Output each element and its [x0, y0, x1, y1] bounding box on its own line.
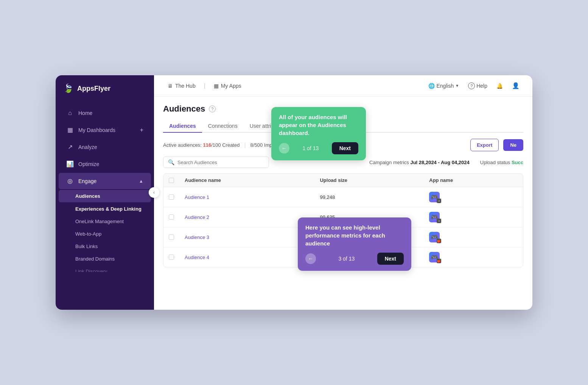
app-icon-4: 🎮 🍎	[429, 252, 440, 262]
audience1-link[interactable]: Audience 1	[185, 194, 209, 200]
tooltip-green-next-button[interactable]: Next	[332, 142, 358, 154]
notifications-button[interactable]: 🔔	[493, 81, 507, 91]
branded-domains-label: Branded Domains	[75, 256, 115, 262]
audiences-label: Audiences	[75, 193, 100, 199]
row3-select	[163, 227, 179, 247]
audience4-link[interactable]: Audience 4	[185, 255, 209, 260]
tab-connections[interactable]: Connections	[202, 120, 244, 133]
row2-app: 🎮 +	[424, 207, 523, 227]
row3-app: 🎮 🍎	[424, 227, 523, 247]
sidebar-item-experiences[interactable]: Experiences & Deep Linking	[56, 203, 154, 215]
sidebar-item-dashboards[interactable]: ▦ My Dashboards +	[59, 122, 151, 138]
row4-select	[163, 247, 179, 267]
campaign-metrics: Campaign metrics Jul 28,2024 - Aug 04,20…	[369, 160, 470, 165]
sidebar-navigation: ⌂ Home ▦ My Dashboards + ↗ Analyze 📊 Opt…	[56, 102, 154, 275]
my-apps-label: My Apps	[221, 83, 241, 89]
row2-checkbox[interactable]	[169, 214, 174, 220]
active-count: 116	[203, 142, 212, 148]
page-title-help-icon[interactable]: ?	[209, 106, 216, 112]
tooltip-purple-text: Here you can see high-level performance …	[305, 224, 404, 247]
tooltip-purple-nav: ← 3 of 13 Next	[305, 253, 404, 265]
sidebar-item-bulklinks[interactable]: Bulk Links	[56, 240, 154, 253]
sidebar-item-optimize[interactable]: 📊 Optimize	[59, 156, 151, 172]
sidebar-item-home-label: Home	[78, 110, 92, 116]
col-audience-name: Audience name	[179, 174, 314, 187]
language-selector[interactable]: 🌐 English ▼	[425, 81, 463, 91]
sidebar-item-engage[interactable]: ◎ Engage ▲	[59, 173, 151, 189]
app-icon-2: 🎮 +	[429, 212, 440, 222]
sidebar-item-link-discovery[interactable]: Link Discovery	[56, 265, 154, 272]
the-hub-icon: 🖥	[168, 83, 173, 89]
tooltip-purple-back-button[interactable]: ←	[305, 253, 316, 264]
tooltip-green-nav: ← 1 of 13 Next	[279, 142, 358, 154]
toolbar-divider: |	[244, 142, 246, 149]
active-audiences-info: Active audiences: 116/100 Created	[163, 142, 240, 148]
new-audience-button[interactable]: Ne	[503, 139, 523, 151]
app-badge-3: 🍎	[437, 239, 441, 243]
col-select	[163, 174, 179, 187]
row1-checkbox[interactable]	[169, 194, 174, 200]
table-header-row: Audience name Upload size App name	[163, 174, 523, 187]
row3-checkbox[interactable]	[169, 234, 174, 240]
sidebar-item-branded-domains[interactable]: Branded Domains	[56, 253, 154, 265]
sidebar-collapse-button[interactable]: ‹	[149, 187, 159, 198]
row2-select	[163, 207, 179, 227]
tooltip-purple-next-button[interactable]: Next	[377, 253, 404, 265]
account-icon: 👤	[512, 82, 520, 89]
row2-name: Audience 2	[179, 207, 314, 227]
search-input[interactable]	[177, 160, 264, 165]
col-upload-size: Upload size	[314, 174, 424, 187]
top-navigation: 🖥 The Hub | ▦ My Apps 🌐 English ▼ ? Help	[154, 75, 532, 96]
experiences-label: Experiences & Deep Linking	[75, 206, 142, 212]
row1-app: 🎮 +	[424, 187, 523, 207]
optimize-icon: 📊	[66, 160, 74, 168]
row4-checkbox[interactable]	[169, 255, 174, 260]
help-button[interactable]: ? Help	[464, 80, 491, 92]
web2app-label: Web-to-App	[75, 231, 101, 237]
sidebar-item-onelink[interactable]: OneLink Management	[56, 215, 154, 228]
sidebar-item-home[interactable]: ⌂ Home	[59, 105, 151, 121]
account-button[interactable]: 👤	[508, 80, 523, 92]
sidebar-item-audiences[interactable]: Audiences	[59, 190, 151, 202]
imported-limit: 500	[254, 142, 263, 148]
sidebar-item-web2app[interactable]: Web-to-App	[56, 228, 154, 240]
campaign-metrics-date: Jul 28,2024 - Aug 04,2024	[410, 160, 469, 165]
the-hub-label: The Hub	[175, 83, 196, 89]
the-hub-nav-item[interactable]: 🖥 The Hub	[163, 81, 200, 91]
select-all-checkbox[interactable]	[169, 178, 174, 183]
tooltip-green-back-button[interactable]: ←	[279, 143, 289, 154]
tooltip-green-counter: 1 of 13	[293, 145, 328, 151]
search-input-wrap[interactable]: 🔍	[163, 157, 269, 168]
created-suffix: Created	[222, 142, 240, 148]
tooltip-purple-counter: 3 of 13	[320, 256, 373, 262]
sidebar-item-optimize-label: Optimize	[78, 161, 99, 167]
top-nav-right: 🌐 English ▼ ? Help 🔔 👤	[425, 80, 523, 92]
created-label: Active audiences:	[163, 142, 202, 148]
row4-app: 🎮 🍎	[424, 247, 523, 267]
sidebar-item-dashboards-label: My Dashboards	[78, 127, 115, 133]
row3-name: Audience 3	[179, 227, 314, 247]
export-button[interactable]: Export	[470, 139, 499, 151]
audience2-link[interactable]: Audience 2	[185, 214, 209, 220]
logo: 🍃 AppsFlyer	[56, 75, 154, 102]
row1-upload-size: 99,248	[314, 187, 424, 207]
imported-count: 8	[250, 142, 253, 148]
collapse-icon: ‹	[153, 190, 155, 195]
tab-audiences-label: Audiences	[169, 123, 196, 129]
add-dashboard-icon[interactable]: +	[140, 127, 143, 134]
audience3-link[interactable]: Audience 3	[185, 234, 209, 240]
sidebar-item-analyze[interactable]: ↗ Analyze	[59, 139, 151, 155]
app-badge-4: 🍎	[437, 259, 441, 263]
row1-select	[163, 187, 179, 207]
campaign-metrics-label: Campaign metrics	[369, 160, 409, 165]
tab-audiences[interactable]: Audiences	[163, 120, 202, 133]
page-title: Audiences	[163, 104, 205, 114]
dashboards-icon: ▦	[66, 126, 74, 134]
app-icon-1: 🎮 +	[429, 192, 440, 202]
my-apps-nav-item[interactable]: ▦ My Apps	[209, 81, 246, 91]
logo-text: AppsFlyer	[77, 85, 110, 93]
row1-name: Audience 1	[179, 187, 314, 207]
language-chevron-icon: ▼	[455, 84, 459, 88]
page-content: Audiences ? Audiences Connections User a…	[154, 96, 532, 310]
home-icon: ⌂	[66, 110, 74, 116]
